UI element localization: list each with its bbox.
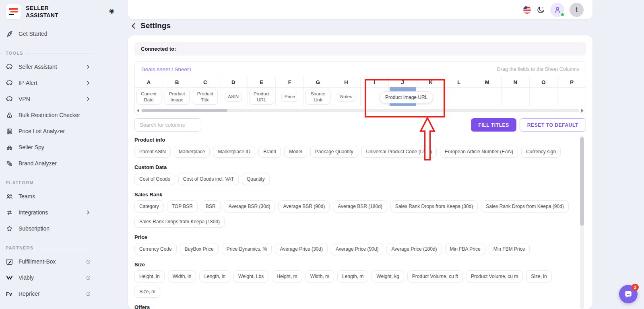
field-chip[interactable]: Quantity bbox=[242, 173, 270, 185]
field-chip[interactable]: Sales Rank Drops from Keepa (180d) bbox=[134, 216, 225, 228]
sidebar-item-brand-analyzer[interactable]: Brand Analyzer bbox=[6, 155, 91, 171]
sheet-column-cell[interactable]: Product Image bbox=[163, 88, 191, 106]
field-chip[interactable]: Average BSR (180d) bbox=[333, 200, 387, 212]
sidebar-item-ip-alert[interactable]: IP-Alert bbox=[6, 75, 91, 91]
field-chip[interactable]: Min FBA Price bbox=[445, 243, 485, 255]
sheet-column-letter: G bbox=[304, 77, 332, 88]
back-chevron-icon[interactable] bbox=[130, 23, 136, 29]
field-chip[interactable]: Average Price (180d) bbox=[386, 243, 442, 255]
sidebar-item-viably[interactable]: Viably bbox=[6, 270, 91, 286]
field-chip[interactable]: Parent ASIN bbox=[134, 146, 171, 158]
field-chip[interactable]: Size, m bbox=[134, 286, 160, 298]
field-chip[interactable]: BuyBox Price bbox=[180, 243, 219, 255]
language-flag-icon[interactable] bbox=[523, 6, 531, 14]
field-chip[interactable]: Average BSR (90d) bbox=[278, 200, 330, 212]
sidebar-item-price-list-analyzer[interactable]: Price List Analyzer bbox=[6, 123, 91, 139]
account-avatar[interactable] bbox=[550, 3, 564, 17]
sheet-field-chip[interactable]: Source Link bbox=[305, 89, 330, 105]
field-chip[interactable]: Average Price (30d) bbox=[275, 243, 328, 255]
sidebar-item-fulfillment-box[interactable]: Fulfillment-Box bbox=[6, 253, 91, 270]
field-chip[interactable]: Sales Rank Drops from Keepa (90d) bbox=[481, 200, 568, 212]
sidebar-item-seller-assistant[interactable]: Seller Assistant bbox=[6, 59, 91, 75]
field-chip[interactable]: Average BSR (30d) bbox=[224, 200, 275, 212]
people-icon bbox=[6, 193, 13, 200]
field-chip[interactable]: Width, in bbox=[168, 270, 196, 282]
field-chip[interactable]: Marketplace bbox=[174, 146, 210, 158]
field-chip[interactable]: Currency Code bbox=[134, 243, 177, 255]
field-chip[interactable]: Marketplace ID bbox=[213, 146, 255, 158]
sheet-column-cell[interactable] bbox=[445, 88, 473, 106]
vertical-scrollbar-thumb[interactable] bbox=[580, 137, 584, 226]
field-chip[interactable]: Sales Rank Drops from Keepa (30d) bbox=[390, 200, 478, 212]
field-chip[interactable]: Cost of Goods bbox=[134, 173, 175, 185]
sidebar-item-vpn[interactable]: VPN bbox=[6, 91, 91, 107]
field-chip[interactable]: TOP BSR bbox=[167, 200, 198, 212]
sheet-column-cell[interactable] bbox=[502, 88, 529, 106]
sheet-column-cell[interactable]: Current Date bbox=[135, 88, 163, 106]
field-chip[interactable]: Weight, Lbs bbox=[233, 270, 268, 282]
sheet-field-chip[interactable]: Current Date bbox=[136, 89, 161, 105]
sheet-field-chip[interactable]: Product Image bbox=[165, 89, 190, 105]
field-chip[interactable]: Average Price (90d) bbox=[331, 243, 384, 255]
field-chip[interactable]: Category bbox=[134, 200, 164, 212]
sheet-column-cell[interactable]: Notes bbox=[332, 88, 360, 106]
field-chip[interactable]: BSR bbox=[201, 200, 221, 212]
online-status-dot bbox=[561, 13, 564, 16]
field-chip[interactable]: Product Volume, cu ft bbox=[407, 270, 463, 282]
sheet-column-cell[interactable]: ASIN bbox=[219, 88, 247, 106]
sidebar-item-seller-spy[interactable]: Seller Spy bbox=[6, 139, 91, 155]
scrollbar-thumb[interactable] bbox=[142, 109, 227, 112]
sheet-field-chip[interactable]: Product URL bbox=[249, 89, 274, 105]
sheet-column-letter: E bbox=[248, 77, 275, 88]
controls-row: FILL TITLES RESET TO DEFAULT bbox=[134, 118, 586, 132]
sheet-column-cell[interactable] bbox=[530, 88, 557, 106]
sheet-column-cell[interactable] bbox=[558, 88, 586, 106]
user-initial-avatar[interactable]: t bbox=[570, 3, 584, 17]
sidebar-collapse-icon[interactable]: ◉ bbox=[109, 7, 114, 14]
sheet-column-cell[interactable]: Product URL bbox=[248, 88, 275, 106]
field-chip[interactable]: Universal Product Code (UPC) bbox=[361, 146, 437, 158]
sidebar-item-teams[interactable]: Teams bbox=[6, 188, 91, 204]
sheet-breadcrumb-link[interactable]: Deals sheet / Sheet1 bbox=[141, 66, 192, 72]
sheet-column-cell[interactable]: Product Title bbox=[191, 88, 219, 106]
dragged-field-chip[interactable]: Product Image URL bbox=[380, 91, 433, 103]
field-chip[interactable]: Weight, kg bbox=[372, 270, 404, 282]
sheet-column-cell[interactable]: Source Link bbox=[304, 88, 332, 106]
field-chip[interactable]: Currency sign bbox=[521, 146, 561, 158]
sheet-column-cell[interactable]: Price bbox=[276, 88, 303, 106]
field-chip[interactable]: Length, m bbox=[337, 270, 368, 282]
field-chip[interactable]: Brand bbox=[258, 146, 281, 158]
fill-titles-button[interactable]: FILL TITLES bbox=[471, 118, 516, 132]
sidebar-item-bulk-restriction-checker[interactable]: Bulk Restriction Checker bbox=[6, 107, 91, 123]
field-chip[interactable]: Width, m bbox=[305, 270, 334, 282]
field-chip[interactable]: Length, in bbox=[199, 270, 230, 282]
sheet-field-chip[interactable]: Notes bbox=[337, 92, 355, 102]
sidebar-item-integrations[interactable]: Integrations bbox=[6, 204, 91, 220]
sheet-field-chip[interactable]: Price bbox=[281, 92, 298, 102]
fbox-logo bbox=[6, 258, 13, 266]
field-chip[interactable]: Height, in bbox=[134, 270, 165, 282]
sidebar-item-repricer[interactable]: Fv Repricer bbox=[6, 286, 91, 302]
sheet-field-chip[interactable]: Product Title bbox=[193, 89, 218, 105]
chat-widget-button[interactable]: 2 bbox=[619, 285, 638, 303]
field-chip[interactable]: Height, m bbox=[272, 270, 302, 282]
repricer-logo: Fv bbox=[6, 290, 13, 298]
scroll-right-arrow-icon[interactable] bbox=[581, 109, 584, 113]
field-chip[interactable]: Model bbox=[284, 146, 307, 158]
field-chip[interactable]: Size, in bbox=[526, 270, 551, 282]
reset-to-default-button[interactable]: RESET TO DEFAULT bbox=[520, 118, 586, 132]
field-chip[interactable]: Product Volume, cu m bbox=[466, 270, 523, 282]
field-chip[interactable]: European Article Number (EAN) bbox=[440, 146, 518, 158]
search-input[interactable] bbox=[134, 118, 201, 132]
field-chip[interactable]: Price Dynamics, % bbox=[222, 243, 272, 255]
sheet-column-cell[interactable] bbox=[473, 88, 501, 106]
scroll-left-arrow-icon[interactable] bbox=[137, 109, 139, 113]
sidebar: SELLER ASSISTANT ◉ Get Started TOOLS Sel… bbox=[0, 0, 121, 309]
field-chip[interactable]: Package Quantity bbox=[310, 146, 358, 158]
field-chip[interactable]: Cost of Goods incl. VAT bbox=[178, 173, 239, 185]
dark-mode-moon-icon[interactable] bbox=[537, 6, 545, 14]
field-chip[interactable]: Min FBM Price bbox=[489, 243, 530, 255]
sidebar-item-subscription[interactable]: Subscription bbox=[6, 220, 91, 237]
sidebar-item-get-started[interactable]: Get Started bbox=[6, 26, 91, 42]
sheet-field-chip[interactable]: ASIN bbox=[225, 92, 242, 102]
